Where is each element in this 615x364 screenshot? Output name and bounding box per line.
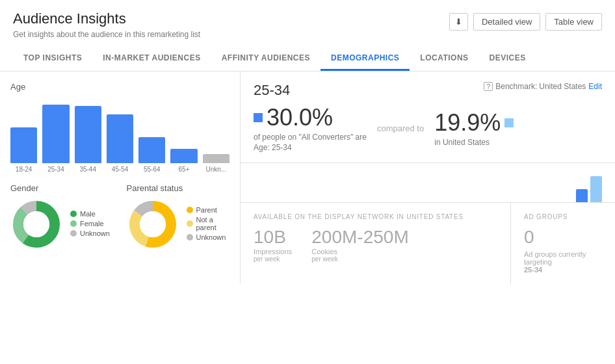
age-bar[interactable] <box>203 154 229 163</box>
age-bar[interactable] <box>170 149 197 163</box>
header-left: Audience Insights Get insights about the… <box>13 10 200 39</box>
gender-legend: Male Female Unknown <box>70 210 110 239</box>
age-bar-group <box>203 154 229 163</box>
download-button[interactable]: ⬇ <box>449 13 468 31</box>
secondary-desc: in United States <box>434 138 514 147</box>
benchmark-label: Benchmark: <box>495 82 537 91</box>
page-subtitle: Get insights about the audience in this … <box>13 30 200 39</box>
parental-title: Parental status <box>127 183 230 193</box>
parental-donut-container: Parent Not a parent Unknown <box>127 198 230 250</box>
legend-male: Male <box>70 210 110 218</box>
detailed-view-button[interactable]: Detailed view <box>473 13 540 31</box>
ad-groups-label: AD GROUPS <box>524 213 602 220</box>
ad-groups-desc: Ad groups currently targeting 25-34 <box>524 250 602 274</box>
benchmark-row: ? Benchmark: United States Edit <box>484 82 602 91</box>
svg-point-7 <box>140 211 166 237</box>
tab-in-market[interactable]: IN-MARKET AUDIENCES <box>92 47 211 71</box>
table-view-button[interactable]: Table view <box>545 13 602 31</box>
tab-devices[interactable]: DEVICES <box>479 47 536 71</box>
mini-bar-1 <box>576 189 588 202</box>
secondary-stat: 19.9% in United States <box>434 109 514 147</box>
main-content: Age 18-2425-3435-4445-5455-6465+Unkn... … <box>0 72 615 284</box>
age-bar[interactable] <box>138 137 165 163</box>
impressions-value: 10B <box>254 227 292 248</box>
tab-demographics[interactable]: DEMOGRAPHICS <box>321 47 410 71</box>
edit-link[interactable]: Edit <box>588 82 602 91</box>
gender-title: Gender <box>10 183 114 193</box>
primary-square <box>254 113 263 122</box>
impressions-sub: per week <box>254 255 292 263</box>
gender-donut <box>10 198 62 250</box>
page-title: Audience Insights <box>13 10 200 27</box>
age-bar-label: Unkn... <box>203 166 229 173</box>
secondary-pct: 19.9% <box>434 109 514 136</box>
female-dot <box>70 220 77 227</box>
cookies-sub: per week <box>311 255 408 263</box>
ad-groups-value: 0 <box>524 227 602 248</box>
tab-top-insights[interactable]: TOP INSIGHTS <box>13 47 92 71</box>
gender-donut-container: Male Female Unknown <box>10 198 114 250</box>
tab-locations[interactable]: LOCATIONS <box>410 47 478 71</box>
svg-point-3 <box>23 211 49 237</box>
unknown-gender-dot <box>70 230 77 237</box>
left-panel: Age 18-2425-3435-4445-5455-6465+Unkn... … <box>0 72 241 284</box>
age-bar-group <box>170 149 197 163</box>
impressions-label: Impressions <box>254 248 292 255</box>
benchmark-icon: ? <box>484 82 493 91</box>
age-bar[interactable] <box>107 114 133 163</box>
header-right: ⬇ Detailed view Table view <box>449 13 602 31</box>
mini-bars <box>576 176 602 202</box>
age-bar[interactable] <box>42 105 69 163</box>
availability-stats: 10B Impressions per week 200M-250M Cooki… <box>254 227 497 263</box>
primary-pct: 30.0% <box>254 104 367 131</box>
nav-tabs: TOP INSIGHTS IN-MARKET AUDIENCES AFFINIT… <box>0 47 615 72</box>
legend-unknown-parental: Unknown <box>187 233 230 241</box>
age-bar-chart <box>10 98 229 163</box>
age-bar-label: 18-24 <box>10 166 37 173</box>
benchmark-value: United States <box>539 82 586 91</box>
cookies-value: 200M-250M <box>311 227 408 248</box>
parental-legend: Parent Not a parent Unknown <box>187 206 230 243</box>
mini-bar-2 <box>590 176 602 202</box>
male-dot <box>70 211 77 217</box>
bottom-section: AVAILABLE ON THE DISPLAY NETWORK IN UNIT… <box>241 202 615 284</box>
mini-chart-area <box>241 163 615 202</box>
age-chart-title: Age <box>10 82 229 92</box>
age-range-title: 25-34 <box>254 82 290 99</box>
age-bar[interactable] <box>75 106 101 163</box>
secondary-square <box>504 118 514 127</box>
age-bar-label: 25-34 <box>42 166 69 173</box>
age-bar-group <box>42 105 69 163</box>
unknown-parental-dot <box>187 234 193 240</box>
age-bar-label: 35-44 <box>75 166 101 173</box>
right-panel: 25-34 ? Benchmark: United States Edit 30… <box>241 72 615 284</box>
age-bar-group <box>138 137 165 163</box>
primary-desc-2: Age: 25-34 <box>254 143 367 152</box>
legend-female: Female <box>70 220 110 228</box>
ad-groups-section: AD GROUPS 0 Ad groups currently targetin… <box>511 203 615 284</box>
primary-desc-1: of people on "All Converters" are <box>254 133 367 142</box>
age-bar-group <box>75 106 101 163</box>
donut-charts-row: Gender Male <box>10 183 229 250</box>
availability-label: AVAILABLE ON THE DISPLAY NETWORK IN UNIT… <box>254 213 497 220</box>
age-bar-group <box>10 127 37 163</box>
age-bar[interactable] <box>10 127 37 163</box>
age-labels: 18-2425-3435-4445-5455-6465+Unkn... <box>10 166 229 173</box>
header: Audience Insights Get insights about the… <box>0 0 615 44</box>
gender-section: Gender Male <box>10 183 114 250</box>
compared-to-text: compared to <box>377 124 424 133</box>
parental-donut <box>127 198 179 250</box>
stats-row: 30.0% of people on "All Converters" are … <box>254 104 602 152</box>
age-bar-label: 65+ <box>170 166 197 173</box>
parent-dot <box>187 207 193 213</box>
legend-parent: Parent <box>187 206 230 214</box>
cookies-stat: 200M-250M Cookies per week <box>311 227 408 263</box>
impressions-stat: 10B Impressions per week <box>254 227 292 263</box>
legend-unknown-gender: Unknown <box>70 229 110 237</box>
cookies-label: Cookies <box>311 248 408 255</box>
age-bar-group <box>107 114 133 163</box>
detail-section: 25-34 ? Benchmark: United States Edit 30… <box>241 72 615 163</box>
age-bar-label: 55-64 <box>138 166 165 173</box>
age-bar-label: 45-54 <box>107 166 133 173</box>
tab-affinity[interactable]: AFFINITY AUDIENCES <box>211 47 321 71</box>
